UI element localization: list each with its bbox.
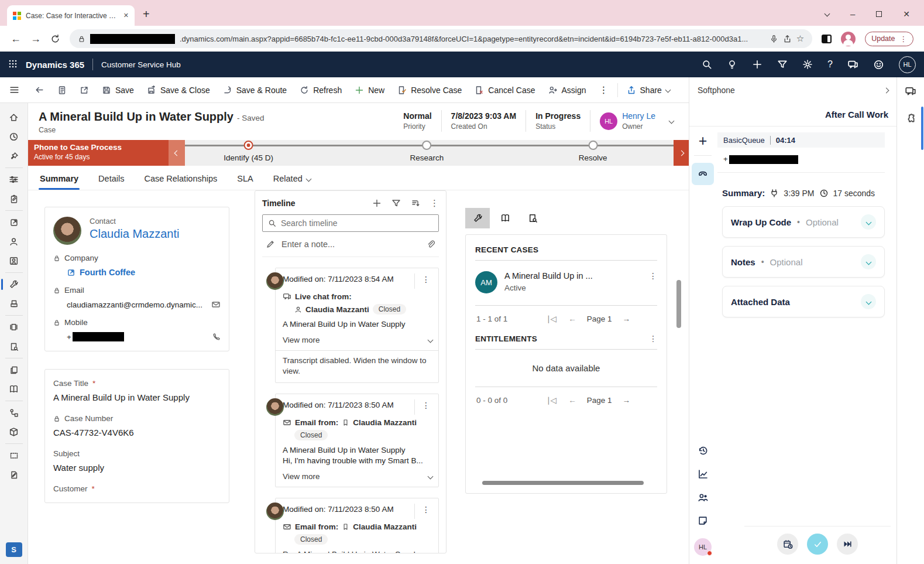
paperclip-icon[interactable] — [427, 240, 435, 249]
timeline-add-icon[interactable] — [372, 199, 382, 208]
entitlements-more-icon[interactable]: ⋮ — [649, 334, 657, 343]
tool-tab-knowledge-search-icon[interactable] — [520, 208, 545, 228]
nav-accounts-icon[interactable] — [0, 213, 28, 232]
save-close-button[interactable]: Save & Close — [140, 77, 217, 102]
schedule-followup-button[interactable] — [777, 534, 798, 555]
cancel-case-button[interactable]: Cancel Case — [468, 77, 541, 102]
mobile-value-row[interactable]: + — [67, 332, 221, 341]
prev-page-icon[interactable]: ← — [568, 396, 576, 405]
timeline-entry[interactable]: Modified on: 7/11/2023 8:54 AM ⋮ Live ch… — [275, 268, 439, 383]
tab-details[interactable]: Details — [97, 172, 125, 190]
gear-icon[interactable] — [802, 59, 813, 70]
note-input-row[interactable]: Enter a note... — [262, 232, 439, 257]
bpf-stage-research[interactable]: Research — [410, 141, 444, 162]
recent-case-title[interactable]: A Mineral Build Up in ... — [504, 271, 593, 281]
attached-data-section[interactable]: Attached Data — [722, 286, 885, 317]
case-title-value[interactable]: A Mineral Build Up in Water Supply — [53, 392, 221, 402]
call-session-tab-phone-icon[interactable] — [692, 163, 714, 185]
resolve-case-button[interactable]: Resolve Case — [391, 77, 468, 102]
recent-case-row[interactable]: AM A Mineral Build Up in ... Active ⋮ — [475, 266, 657, 299]
view-more-button[interactable]: View more — [283, 472, 432, 482]
entry-more-icon[interactable]: ⋮ — [414, 504, 432, 519]
window-menu-chevron-icon[interactable] — [824, 11, 830, 17]
user-avatar[interactable]: HL — [899, 56, 916, 73]
overflow-menu-icon[interactable]: ⋮ — [593, 77, 615, 102]
nav-cases-icon[interactable] — [0, 275, 28, 294]
horizontal-scrollbar-thumb[interactable] — [482, 481, 644, 485]
entry-more-icon[interactable]: ⋮ — [414, 274, 432, 289]
filter-icon[interactable] — [777, 59, 788, 70]
timeline-entry[interactable]: Modified on: 7/11/2023 8:50 AM ⋮ Email f… — [275, 394, 439, 487]
popout-icon[interactable] — [73, 77, 95, 102]
nav-kb-book-icon[interactable] — [0, 380, 28, 399]
refresh-button[interactable]: Refresh — [293, 77, 348, 102]
app-name[interactable]: Customer Service Hub — [101, 60, 181, 69]
browser-refresh-icon[interactable] — [50, 34, 60, 44]
owner-link[interactable]: Henry Le — [622, 111, 655, 121]
case-row-more-icon[interactable]: ⋮ — [649, 271, 657, 281]
timeline-sort-icon[interactable] — [411, 199, 420, 208]
next-page-icon[interactable]: → — [622, 315, 630, 323]
bookmark-star-icon[interactable]: ☆ — [796, 33, 804, 44]
browser-forward-icon[interactable]: → — [30, 33, 41, 45]
browser-profile-avatar[interactable] — [841, 32, 856, 46]
nav-drafts-icon[interactable] — [0, 465, 28, 484]
nav-contacts-icon[interactable] — [0, 232, 28, 251]
company-link[interactable]: Fourth Coffee — [67, 268, 135, 277]
first-page-icon[interactable]: ∣◁ — [547, 395, 557, 405]
help-icon[interactable]: ? — [827, 59, 833, 70]
bpf-stage-identify[interactable]: Identify (45 D) — [224, 141, 273, 162]
timeline-filter-icon[interactable] — [391, 199, 401, 208]
timeline-more-icon[interactable]: ⋮ — [430, 198, 439, 208]
form-selector-icon[interactable] — [51, 77, 73, 102]
email-value-row[interactable]: claudiamazzanti@crmdemo.dynamic... — [67, 300, 221, 309]
nav-knowledge-search-icon[interactable] — [0, 337, 28, 356]
notes-section[interactable]: Notes • Optional — [722, 246, 885, 278]
view-more-button[interactable]: View more — [283, 336, 432, 346]
nav-recent-icon[interactable] — [0, 127, 28, 146]
teams-chat-icon[interactable] — [905, 86, 916, 97]
back-button[interactable] — [28, 77, 51, 102]
new-button[interactable]: New — [348, 77, 391, 102]
sitemap-toggle-icon[interactable] — [0, 85, 28, 95]
save-button[interactable]: Save — [95, 77, 140, 102]
agent-presence-avatar[interactable]: HL — [694, 538, 712, 556]
nav-queues-icon[interactable] — [0, 294, 28, 313]
timeline-search-input[interactable] — [281, 218, 433, 228]
subject-value[interactable]: Water supply — [53, 463, 221, 473]
save-route-button[interactable]: Save & Route — [217, 77, 293, 102]
browser-tab[interactable]: Case: Case for Interactive experie ✕ — [7, 5, 135, 26]
plugin-puzzle-icon[interactable] — [905, 113, 916, 124]
nav-mailboxes-icon[interactable] — [0, 446, 28, 465]
search-icon[interactable] — [702, 59, 712, 70]
new-session-plus-icon[interactable]: + — [699, 134, 707, 148]
plus-icon[interactable] — [752, 59, 762, 70]
wrap-up-code-section[interactable]: Wrap Up Code • Optional — [722, 206, 885, 238]
tab-close-icon[interactable]: ✕ — [123, 12, 129, 19]
microphone-icon[interactable] — [770, 35, 778, 43]
chat-icon[interactable] — [847, 59, 858, 70]
bpf-stage-resolve[interactable]: Resolve — [579, 141, 607, 162]
smiley-icon[interactable] — [873, 59, 884, 70]
vertical-scrollbar-thumb[interactable] — [676, 280, 681, 328]
entry-more-icon[interactable]: ⋮ — [414, 399, 432, 415]
window-close-icon[interactable]: ✕ — [903, 9, 910, 19]
owner-field[interactable]: HL Henry Le Owner — [590, 111, 661, 131]
nav-social-profiles-icon[interactable] — [0, 251, 28, 271]
expand-chevron-icon[interactable] — [861, 214, 876, 230]
tool-tab-knowledge-book-icon[interactable] — [493, 208, 517, 228]
contacts-people-icon[interactable] — [698, 492, 709, 503]
skip-acw-button[interactable] — [837, 534, 858, 555]
tab-case-relationships[interactable]: Case Relationships — [143, 172, 218, 190]
call-phone-icon[interactable] — [212, 333, 221, 341]
timeline-entry[interactable]: Modified on: 7/11/2023 8:50 AM ⋮ Email f… — [275, 498, 439, 553]
tab-sla[interactable]: SLA — [236, 172, 254, 190]
complete-acw-check-button[interactable] — [807, 534, 828, 555]
bpf-scroll-right-icon[interactable] — [674, 140, 689, 166]
send-email-icon[interactable] — [211, 300, 221, 309]
url-omnibox[interactable]: .dynamics.com/main.aspx?appid=6685b74b-f… — [70, 29, 812, 48]
conversation-history-icon[interactable] — [698, 445, 709, 456]
bpf-scroll-left-icon[interactable] — [169, 140, 185, 166]
browser-menu-dots-icon[interactable]: ⋮ — [900, 35, 908, 43]
tab-summary[interactable]: Summary — [39, 172, 80, 190]
